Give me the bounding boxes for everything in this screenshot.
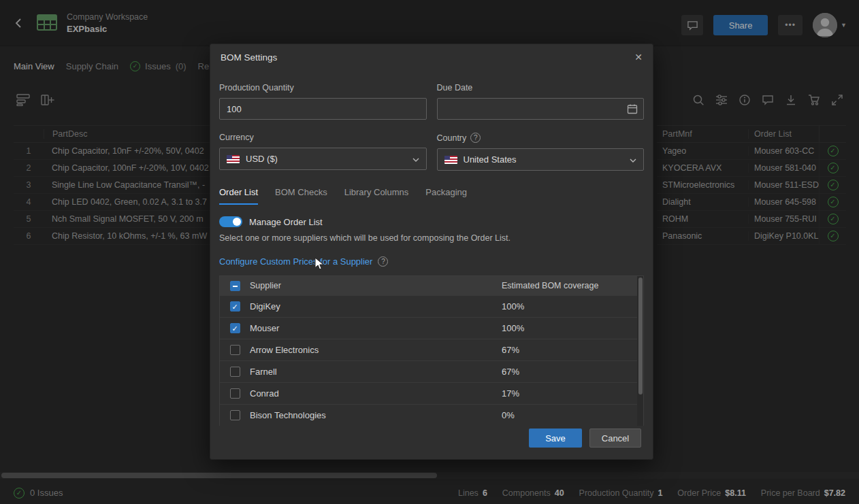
supplier-name: Bison Technologies [250, 410, 502, 420]
supplier-coverage: 0% [502, 410, 643, 420]
tab-library-columns[interactable]: Library Columns [344, 187, 409, 205]
bom-settings-modal: BOM Settings ✕ Production Quantity Due D… [210, 44, 653, 460]
suppliers-scrollbar-thumb[interactable] [638, 278, 643, 394]
tab-packaging[interactable]: Packaging [425, 187, 467, 205]
tab-bom-checks[interactable]: BOM Checks [275, 187, 327, 205]
supplier-checkbox[interactable] [230, 367, 240, 377]
suppliers-scrollbar[interactable] [637, 276, 643, 426]
supplier-name: Conrad [250, 388, 502, 399]
close-icon[interactable]: ✕ [634, 52, 643, 62]
supplier-name: DigiKey [250, 301, 502, 312]
tab-order-list[interactable]: Order List [219, 187, 258, 205]
configure-custom-prices-link[interactable]: Configure Custom Prices for a Supplier [219, 256, 372, 267]
supplier-row[interactable]: Arrow Electronics67% [220, 339, 643, 360]
due-date-input[interactable] [437, 98, 645, 120]
coverage-column-header[interactable]: Estimated BOM coverage [502, 281, 643, 290]
country-value: United States [464, 154, 517, 165]
modal-footer: Save Cancel [529, 429, 641, 448]
country-select[interactable]: United States [437, 148, 645, 171]
currency-select[interactable]: USD ($) [219, 148, 427, 170]
supplier-row[interactable]: Farnell67% [220, 360, 643, 382]
custom-prices-row: Configure Custom Prices for a Supplier ? [210, 256, 653, 267]
supplier-coverage: 17% [502, 388, 643, 399]
modal-header: BOM Settings ✕ [210, 44, 653, 70]
currency-value: USD ($) [246, 154, 278, 164]
save-button[interactable]: Save [529, 429, 582, 448]
country-label: Country ? [437, 133, 645, 143]
chevron-down-icon [412, 154, 419, 164]
production-quantity-label: Production Quantity [219, 83, 427, 93]
supplier-row[interactable]: Conrad17% [220, 382, 643, 404]
supplier-checkbox[interactable] [230, 301, 240, 312]
manage-order-list-toggle[interactable] [219, 216, 242, 227]
modal-tabs: Order List BOM Checks Library Columns Pa… [210, 187, 653, 205]
currency-label: Currency [219, 133, 427, 142]
manage-order-list-row: Manage Order List [210, 216, 653, 227]
supplier-row[interactable]: DigiKey100% [220, 295, 643, 317]
supplier-row[interactable]: Mouser100% [220, 317, 643, 339]
country-help-icon[interactable]: ? [470, 133, 481, 143]
calendar-icon[interactable] [627, 103, 638, 117]
modal-form-row-1: Production Quantity Due Date [210, 70, 653, 120]
modal-title: BOM Settings [221, 52, 277, 63]
cancel-button[interactable]: Cancel [589, 429, 641, 448]
supplier-coverage: 67% [502, 345, 643, 355]
supplier-name: Arrow Electronics [250, 345, 502, 355]
select-all-checkbox[interactable] [230, 281, 240, 291]
suppliers-table-header: Supplier Estimated BOM coverage [220, 276, 643, 295]
custom-prices-help-icon[interactable]: ? [378, 256, 388, 267]
supplier-name: Farnell [250, 367, 502, 377]
manage-order-list-label: Manage Order List [249, 217, 323, 227]
supplier-checkbox[interactable] [230, 388, 240, 399]
supplier-checkbox[interactable] [230, 345, 240, 355]
us-flag-icon [444, 156, 457, 164]
supplier-coverage: 67% [502, 367, 643, 377]
supplier-checkbox[interactable] [230, 323, 240, 333]
supplier-row[interactable]: Bison Technologies0% [220, 404, 643, 426]
suppliers-description: Select one or more suppliers which will … [210, 233, 653, 243]
modal-form-row-2: Currency USD ($) Country ? United States [210, 120, 653, 171]
supplier-coverage: 100% [502, 323, 643, 333]
supplier-coverage: 100% [502, 301, 643, 312]
production-quantity-input[interactable] [219, 98, 427, 120]
supplier-name: Mouser [250, 323, 502, 333]
app-root: Company Workspace EXPbasic Share ••• ▼ M… [0, 0, 859, 504]
supplier-column-header[interactable]: Supplier [250, 281, 502, 290]
us-flag-icon [227, 155, 240, 163]
suppliers-table: Supplier Estimated BOM coverage DigiKey1… [219, 275, 644, 426]
due-date-label: Due Date [437, 83, 645, 93]
chevron-down-icon [630, 154, 636, 165]
supplier-checkbox[interactable] [230, 410, 240, 420]
